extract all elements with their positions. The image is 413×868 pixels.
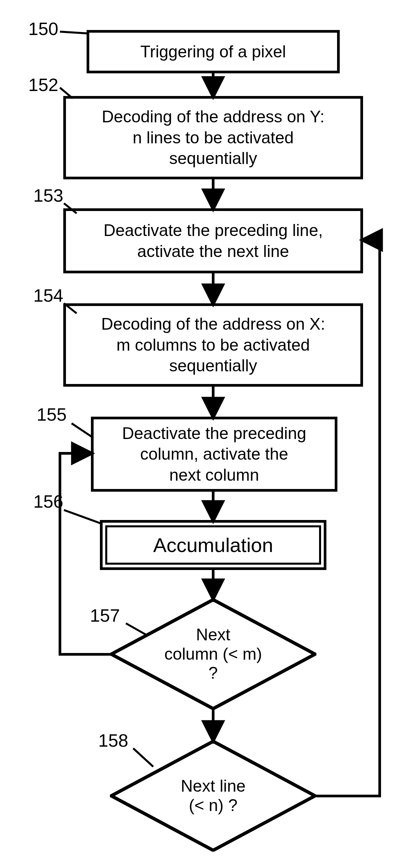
- callout-150: 150: [28, 18, 58, 39]
- step-156-text: Accumulation: [153, 534, 273, 557]
- callout-154: 154: [33, 285, 63, 306]
- decision-157-next-column: Next column (< m) ?: [110, 598, 316, 710]
- callout-153: 153: [33, 185, 63, 206]
- step-154-decode-x: Decoding of the address on X: m columns …: [63, 303, 363, 387]
- step-150-text: Triggering of a pixel: [140, 41, 286, 62]
- step-155-text: Deactivate the preceding column, activat…: [122, 423, 306, 486]
- step-152-decode-y: Decoding of the address on Y: n lines to…: [63, 96, 363, 179]
- decision-158-next-line: Next line (< n) ?: [110, 740, 316, 852]
- callout-155: 155: [37, 404, 67, 425]
- decision-158-text: Next line (< n) ?: [181, 777, 246, 815]
- callout-156: 156: [33, 491, 63, 512]
- step-155-next-col: Deactivate the preceding column, activat…: [91, 417, 337, 492]
- step-156-accumulation: Accumulation: [100, 520, 326, 570]
- step-153-next-line: Deactivate the preceding line, activate …: [63, 208, 363, 273]
- callout-152: 152: [28, 74, 58, 95]
- step-152-text: Decoding of the address on Y: n lines to…: [102, 106, 325, 169]
- decision-157-text: Next column (< m) ?: [164, 625, 262, 683]
- step-153-text: Deactivate the preceding line, activate …: [104, 220, 323, 262]
- step-150-trigger: Triggering of a pixel: [87, 30, 340, 73]
- flowchart: 150 152 153 154 155 156 157 158 Triggeri…: [0, 0, 413, 868]
- step-154-text: Decoding of the address on X: m columns …: [101, 314, 325, 376]
